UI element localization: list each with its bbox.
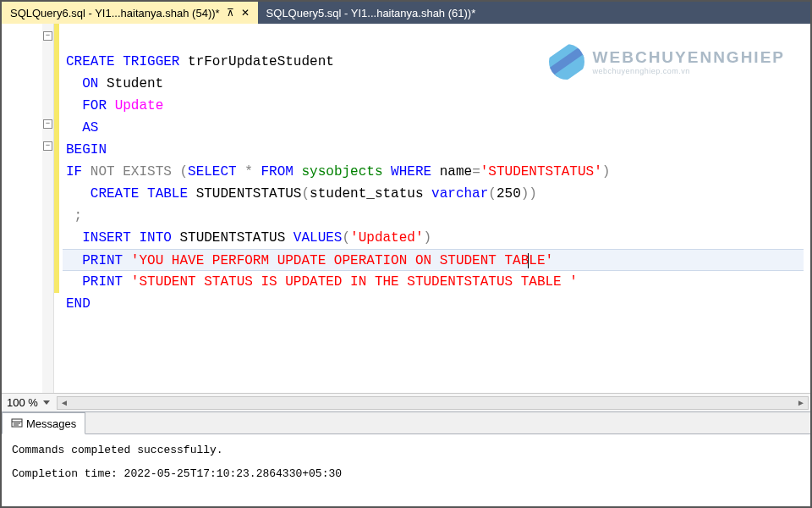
- kw-end: END: [66, 296, 91, 312]
- message-line: Completion time: 2022-05-25T17:10:23.286…: [12, 465, 800, 483]
- kw-values: VALUES: [294, 230, 343, 246]
- string-literal: 'STUDENT STATUS IS UPDATED IN THE STUDEN…: [131, 274, 578, 290]
- code-editor[interactable]: − − − CREATE TRIGGER trForUpdateStudent …: [2, 24, 810, 393]
- messages-icon: [11, 417, 23, 429]
- kw-exists: EXISTS: [123, 164, 172, 179]
- kw-into: INTO: [139, 230, 171, 246]
- col-name: name: [431, 164, 472, 179]
- paren: ): [521, 186, 529, 202]
- horizontal-scrollbar[interactable]: ◄ ►: [57, 396, 809, 410]
- kw-as: AS: [82, 120, 98, 135]
- file-tab-bar: SQLQuery6.sql - YI1...haitanya.shah (54)…: [2, 2, 810, 24]
- scroll-right-icon[interactable]: ►: [794, 397, 808, 409]
- trigger-name: trForUpdateStudent: [179, 54, 333, 69]
- kw-for: FOR: [82, 98, 107, 113]
- zoom-value: 100 %: [7, 396, 38, 409]
- file-tab-inactive[interactable]: SQLQuery5.sql - YI1...haitanya.shah (61)…: [258, 2, 485, 24]
- messages-panel: Messages Commands completed successfully…: [2, 411, 810, 506]
- kw-varchar: varchar: [431, 186, 488, 202]
- kw-where: WHERE: [391, 164, 431, 179]
- paren: ): [529, 186, 537, 202]
- zoom-bar: 100 % ◄ ►: [2, 393, 810, 411]
- kw-trigger: TRIGGER: [123, 54, 179, 69]
- fold-gutter[interactable]: − − −: [42, 24, 54, 393]
- messages-tab-row: Messages: [2, 412, 810, 434]
- paren: (: [342, 230, 350, 246]
- messages-tab[interactable]: Messages: [2, 412, 85, 434]
- chevron-down-icon: [43, 400, 50, 405]
- kw-print: PRINT: [82, 274, 123, 290]
- fold-box-icon[interactable]: −: [43, 141, 52, 151]
- watermark-title: WEBCHUYENNGHIEP: [593, 48, 785, 67]
- messages-output[interactable]: Commands completed successfully. Complet…: [2, 434, 810, 506]
- fold-box-icon[interactable]: −: [43, 119, 52, 129]
- outline-margin: [2, 24, 42, 393]
- column-name: student_status: [310, 186, 423, 202]
- watermark: WEBCHUYENNGHIEP webchuyennghiep.com.vn: [549, 44, 785, 80]
- kw-print: PRINT: [82, 253, 123, 268]
- semicolon: ;: [74, 208, 83, 224]
- zoom-dropdown[interactable]: 100 %: [2, 396, 55, 409]
- kw-create: CREATE: [91, 186, 140, 202]
- paren: (: [172, 164, 188, 179]
- scroll-left-icon[interactable]: ◄: [58, 397, 71, 409]
- string-literal: 'Updated': [350, 230, 423, 246]
- sysobjects: sysobjects: [294, 164, 383, 179]
- kw-table: TABLE: [147, 186, 188, 202]
- paren: ): [424, 230, 432, 246]
- table-name: STUDENTSTATUS: [172, 230, 285, 246]
- paren: (: [301, 186, 310, 202]
- kw-create: CREATE: [66, 54, 115, 69]
- kw-on: ON: [82, 76, 98, 91]
- app-frame: SQLQuery6.sql - YI1...haitanya.shah (54)…: [0, 0, 812, 508]
- fold-box-icon[interactable]: −: [43, 31, 52, 41]
- kw-not: NOT: [91, 164, 115, 179]
- kw-select: SELECT: [188, 164, 237, 179]
- close-icon[interactable]: ✕: [241, 8, 250, 18]
- kw-if: IF: [66, 164, 82, 179]
- editor-area: − − − CREATE TRIGGER trForUpdateStudent …: [2, 24, 810, 506]
- watermark-subtitle: webchuyennghiep.com.vn: [593, 67, 785, 75]
- messages-tab-label: Messages: [26, 417, 76, 430]
- file-tab-active[interactable]: SQLQuery6.sql - YI1...haitanya.shah (54)…: [2, 2, 258, 24]
- tab-label: SQLQuery5.sql - YI1...haitanya.shah (61)…: [266, 7, 476, 19]
- table-name: STUDENTSTATUS: [188, 186, 301, 202]
- string-literal: LE': [529, 253, 553, 268]
- kw-insert: INSERT: [82, 230, 131, 246]
- tab-label: SQLQuery6.sql - YI1...haitanya.shah (54)…: [10, 7, 220, 19]
- watermark-logo-icon: [549, 44, 584, 80]
- kw-update: Update: [115, 98, 164, 113]
- string-literal: 'STUDENTSTATUS': [480, 164, 602, 179]
- kw-begin: BEGIN: [66, 142, 107, 157]
- kw-from: FROM: [261, 164, 293, 179]
- table-name: Student: [98, 76, 163, 91]
- paren: ): [602, 164, 611, 179]
- pin-icon[interactable]: ⊼: [227, 8, 234, 18]
- op-eq: =: [472, 164, 480, 179]
- string-literal: 'YOU HAVE PERFORM UPDATE OPERATION ON ST…: [131, 253, 529, 268]
- message-line: Commands completed successfully.: [12, 441, 800, 460]
- paren: (: [488, 186, 497, 202]
- star: *: [237, 164, 253, 179]
- number-literal: 250: [497, 186, 521, 202]
